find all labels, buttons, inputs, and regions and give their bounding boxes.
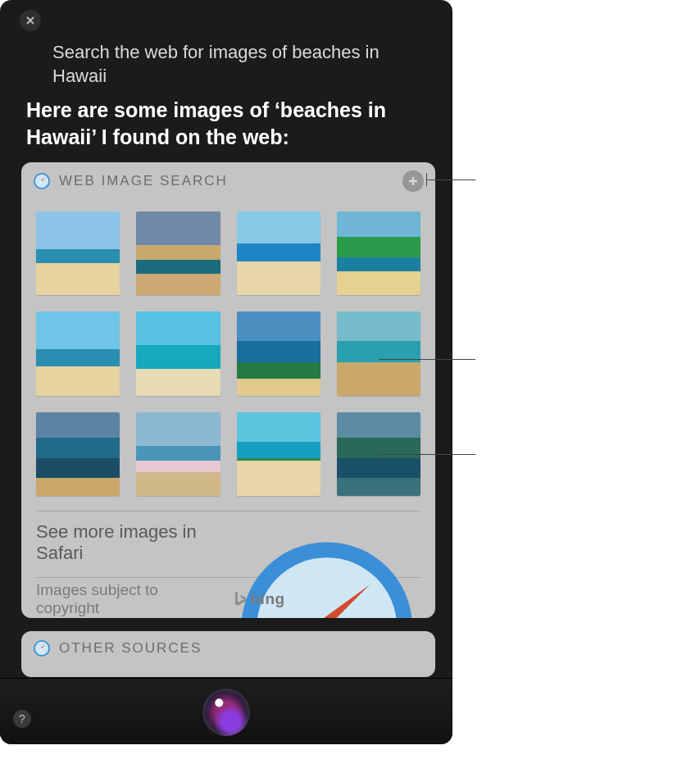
other-sources-card[interactable]: OTHER SOURCES [21, 631, 435, 677]
card-title: WEB IMAGE SEARCH [59, 173, 228, 189]
bing-logo: bing [233, 590, 421, 608]
siri-response: Here are some images of ‘beaches in Hawa… [26, 97, 403, 150]
callout-line [426, 180, 475, 180]
result-thumb[interactable] [136, 311, 220, 395]
result-thumb[interactable] [337, 211, 420, 295]
result-thumb[interactable] [136, 211, 220, 295]
safari-icon [33, 172, 51, 190]
callout-line [379, 359, 475, 360]
pin-button[interactable] [402, 170, 424, 192]
safari-icon [33, 639, 51, 657]
siri-bottom-bar: ? [0, 678, 452, 744]
help-icon: ? [19, 712, 25, 725]
card-title: OTHER SOURCES [59, 640, 202, 657]
siri-orb-button[interactable] [202, 689, 250, 736]
callout-line [426, 173, 427, 186]
result-thumb[interactable] [36, 311, 120, 395]
result-thumb[interactable] [136, 412, 220, 496]
result-thumb[interactable] [36, 211, 120, 295]
help-button[interactable]: ? [13, 710, 31, 728]
result-thumb[interactable] [237, 412, 320, 496]
callout-line [379, 454, 475, 455]
see-more-label: See more images in Safari [36, 521, 225, 564]
card-header: OTHER SOURCES [21, 631, 435, 662]
close-button[interactable] [20, 10, 41, 31]
user-query: Search the web for images of beaches in … [52, 41, 385, 88]
close-icon [25, 16, 35, 25]
copyright-text: Images subject to copyright [36, 581, 225, 617]
bing-icon [233, 590, 248, 608]
card-header: WEB IMAGE SEARCH [21, 162, 435, 197]
siri-panel: Search the web for images of beaches in … [0, 0, 452, 744]
web-image-search-card: WEB IMAGE SEARCH See more images in Safa… [21, 162, 435, 618]
results-grid [21, 197, 435, 507]
see-more-in-safari[interactable]: See more images in Safari [21, 511, 435, 574]
result-thumb[interactable] [337, 311, 420, 395]
safari-icon [233, 534, 421, 552]
bing-label: bing [251, 590, 421, 608]
result-thumb[interactable] [237, 311, 320, 395]
result-thumb[interactable] [237, 211, 320, 295]
plus-icon [407, 175, 419, 187]
result-thumb[interactable] [36, 412, 120, 496]
